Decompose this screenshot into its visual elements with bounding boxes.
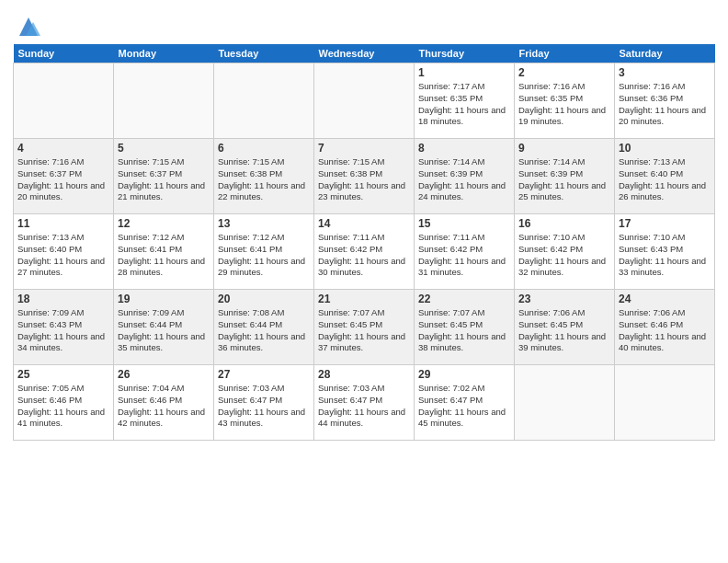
table-row: 24Sunrise: 7:06 AM Sunset: 6:46 PM Dayli… (615, 290, 715, 365)
day-number: 4 (17, 142, 109, 155)
table-row: 15Sunrise: 7:11 AM Sunset: 6:42 PM Dayli… (415, 214, 515, 290)
table-row: 28Sunrise: 7:03 AM Sunset: 6:47 PM Dayli… (314, 365, 415, 441)
table-row: 11Sunrise: 7:13 AM Sunset: 6:40 PM Dayli… (14, 214, 114, 290)
day-info: Sunrise: 7:02 AM Sunset: 6:47 PM Dayligh… (418, 383, 510, 430)
day-number: 26 (118, 368, 210, 381)
calendar-week-row: 4Sunrise: 7:16 AM Sunset: 6:37 PM Daylig… (14, 139, 715, 214)
day-info: Sunrise: 7:16 AM Sunset: 6:37 PM Dayligh… (17, 156, 109, 203)
day-info: Sunrise: 7:16 AM Sunset: 6:35 PM Dayligh… (518, 81, 610, 128)
day-number: 23 (518, 293, 610, 305)
day-number: 3 (619, 66, 711, 79)
table-row: 5Sunrise: 7:15 AM Sunset: 6:37 PM Daylig… (114, 139, 214, 214)
day-info: Sunrise: 7:10 AM Sunset: 6:42 PM Dayligh… (518, 232, 610, 279)
table-row: 2Sunrise: 7:16 AM Sunset: 6:35 PM Daylig… (515, 63, 615, 139)
table-row (615, 365, 715, 441)
table-row: 12Sunrise: 7:12 AM Sunset: 6:41 PM Dayli… (114, 214, 214, 290)
day-info: Sunrise: 7:11 AM Sunset: 6:42 PM Dayligh… (418, 232, 510, 279)
day-info: Sunrise: 7:12 AM Sunset: 6:41 PM Dayligh… (118, 232, 210, 279)
table-row: 13Sunrise: 7:12 AM Sunset: 6:41 PM Dayli… (214, 214, 314, 290)
day-info: Sunrise: 7:09 AM Sunset: 6:43 PM Dayligh… (17, 307, 109, 354)
day-number: 24 (619, 293, 711, 305)
day-info: Sunrise: 7:10 AM Sunset: 6:43 PM Dayligh… (619, 232, 711, 279)
table-row: 29Sunrise: 7:02 AM Sunset: 6:47 PM Dayli… (415, 365, 515, 441)
weekday-header-row: Sunday Monday Tuesday Wednesday Thursday… (14, 44, 715, 63)
day-info: Sunrise: 7:07 AM Sunset: 6:45 PM Dayligh… (418, 307, 510, 354)
header-monday: Monday (114, 44, 214, 63)
table-row: 27Sunrise: 7:03 AM Sunset: 6:47 PM Dayli… (214, 365, 314, 441)
calendar-table: Sunday Monday Tuesday Wednesday Thursday… (13, 44, 715, 441)
table-row: 17Sunrise: 7:10 AM Sunset: 6:43 PM Dayli… (615, 214, 715, 290)
day-number: 8 (418, 142, 510, 155)
header-thursday: Thursday (415, 44, 515, 63)
day-info: Sunrise: 7:06 AM Sunset: 6:46 PM Dayligh… (619, 307, 711, 354)
table-row: 7Sunrise: 7:15 AM Sunset: 6:38 PM Daylig… (314, 139, 415, 214)
table-row: 16Sunrise: 7:10 AM Sunset: 6:42 PM Dayli… (515, 214, 615, 290)
day-info: Sunrise: 7:13 AM Sunset: 6:40 PM Dayligh… (619, 156, 711, 203)
day-info: Sunrise: 7:12 AM Sunset: 6:41 PM Dayligh… (218, 232, 310, 279)
calendar-week-row: 11Sunrise: 7:13 AM Sunset: 6:40 PM Dayli… (14, 214, 715, 290)
table-row: 26Sunrise: 7:04 AM Sunset: 6:46 PM Dayli… (114, 365, 214, 441)
table-row: 19Sunrise: 7:09 AM Sunset: 6:44 PM Dayli… (114, 290, 214, 365)
day-info: Sunrise: 7:03 AM Sunset: 6:47 PM Dayligh… (218, 383, 310, 430)
day-number: 6 (218, 142, 310, 155)
table-row: 20Sunrise: 7:08 AM Sunset: 6:44 PM Dayli… (214, 290, 314, 365)
table-row: 9Sunrise: 7:14 AM Sunset: 6:39 PM Daylig… (515, 139, 615, 214)
day-info: Sunrise: 7:15 AM Sunset: 6:38 PM Dayligh… (318, 156, 410, 203)
table-row: 23Sunrise: 7:06 AM Sunset: 6:45 PM Dayli… (515, 290, 615, 365)
day-info: Sunrise: 7:08 AM Sunset: 6:44 PM Dayligh… (218, 307, 310, 354)
day-info: Sunrise: 7:17 AM Sunset: 6:35 PM Dayligh… (418, 81, 510, 128)
day-info: Sunrise: 7:15 AM Sunset: 6:37 PM Dayligh… (118, 156, 210, 203)
table-row (14, 63, 114, 139)
day-number: 27 (218, 368, 310, 381)
day-number: 25 (17, 368, 109, 381)
table-row (214, 63, 314, 139)
table-row (114, 63, 214, 139)
day-info: Sunrise: 7:04 AM Sunset: 6:46 PM Dayligh… (118, 383, 210, 430)
logo-icon (15, 13, 42, 40)
day-info: Sunrise: 7:06 AM Sunset: 6:45 PM Dayligh… (518, 307, 610, 354)
table-row: 18Sunrise: 7:09 AM Sunset: 6:43 PM Dayli… (14, 290, 114, 365)
calendar-week-row: 25Sunrise: 7:05 AM Sunset: 6:46 PM Dayli… (14, 365, 715, 441)
table-row: 1Sunrise: 7:17 AM Sunset: 6:35 PM Daylig… (415, 63, 515, 139)
day-number: 19 (118, 293, 210, 305)
day-number: 16 (518, 217, 610, 230)
day-info: Sunrise: 7:13 AM Sunset: 6:40 PM Dayligh… (17, 232, 109, 279)
day-number: 28 (318, 368, 410, 381)
day-number: 2 (518, 66, 610, 79)
day-number: 9 (518, 142, 610, 155)
calendar-week-row: 18Sunrise: 7:09 AM Sunset: 6:43 PM Dayli… (14, 290, 715, 365)
header-wednesday: Wednesday (314, 44, 415, 63)
day-info: Sunrise: 7:15 AM Sunset: 6:38 PM Dayligh… (218, 156, 310, 203)
table-row: 6Sunrise: 7:15 AM Sunset: 6:38 PM Daylig… (214, 139, 314, 214)
table-row: 3Sunrise: 7:16 AM Sunset: 6:36 PM Daylig… (615, 63, 715, 139)
day-info: Sunrise: 7:14 AM Sunset: 6:39 PM Dayligh… (418, 156, 510, 203)
day-info: Sunrise: 7:16 AM Sunset: 6:36 PM Dayligh… (619, 81, 711, 128)
day-info: Sunrise: 7:14 AM Sunset: 6:39 PM Dayligh… (518, 156, 610, 203)
day-number: 11 (17, 217, 109, 230)
table-row (515, 365, 615, 441)
logo (13, 13, 42, 40)
day-info: Sunrise: 7:07 AM Sunset: 6:45 PM Dayligh… (318, 307, 410, 354)
day-info: Sunrise: 7:11 AM Sunset: 6:42 PM Dayligh… (318, 232, 410, 279)
header-friday: Friday (515, 44, 615, 63)
table-row: 10Sunrise: 7:13 AM Sunset: 6:40 PM Dayli… (615, 139, 715, 214)
calendar-week-row: 1Sunrise: 7:17 AM Sunset: 6:35 PM Daylig… (14, 63, 715, 139)
table-row: 14Sunrise: 7:11 AM Sunset: 6:42 PM Dayli… (314, 214, 415, 290)
day-number: 17 (619, 217, 711, 230)
table-row (314, 63, 415, 139)
day-number: 14 (318, 217, 410, 230)
day-number: 21 (318, 293, 410, 305)
day-number: 29 (418, 368, 510, 381)
day-number: 18 (17, 293, 109, 305)
table-row: 25Sunrise: 7:05 AM Sunset: 6:46 PM Dayli… (14, 365, 114, 441)
table-row: 8Sunrise: 7:14 AM Sunset: 6:39 PM Daylig… (415, 139, 515, 214)
header-tuesday: Tuesday (214, 44, 314, 63)
table-row: 4Sunrise: 7:16 AM Sunset: 6:37 PM Daylig… (14, 139, 114, 214)
table-row: 21Sunrise: 7:07 AM Sunset: 6:45 PM Dayli… (314, 290, 415, 365)
day-number: 20 (218, 293, 310, 305)
table-row: 22Sunrise: 7:07 AM Sunset: 6:45 PM Dayli… (415, 290, 515, 365)
day-info: Sunrise: 7:05 AM Sunset: 6:46 PM Dayligh… (17, 383, 109, 430)
day-number: 1 (418, 66, 510, 79)
page: Sunday Monday Tuesday Wednesday Thursday… (0, 0, 728, 563)
day-number: 13 (218, 217, 310, 230)
